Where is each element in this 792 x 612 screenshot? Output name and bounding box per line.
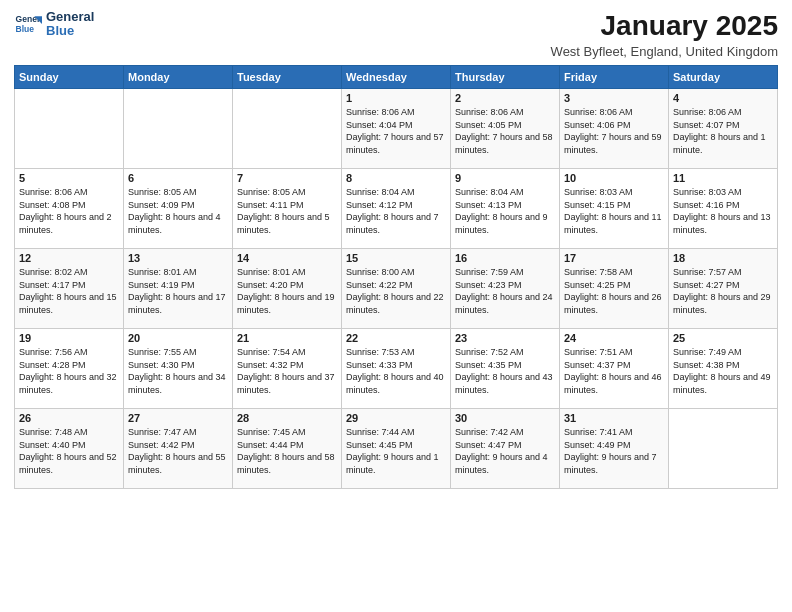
cell-text: Sunrise: 8:03 AM Sunset: 4:16 PM Dayligh… [673,186,773,236]
day-number: 10 [564,172,664,184]
day-number: 20 [128,332,228,344]
day-number: 22 [346,332,446,344]
cell-text: Sunrise: 7:51 AM Sunset: 4:37 PM Dayligh… [564,346,664,396]
cell-4-2: 20Sunrise: 7:55 AM Sunset: 4:30 PM Dayli… [124,329,233,409]
cell-3-6: 17Sunrise: 7:58 AM Sunset: 4:25 PM Dayli… [560,249,669,329]
day-number: 17 [564,252,664,264]
header-row: SundayMondayTuesdayWednesdayThursdayFrid… [15,66,778,89]
cell-4-6: 24Sunrise: 7:51 AM Sunset: 4:37 PM Dayli… [560,329,669,409]
day-number: 30 [455,412,555,424]
cell-text: Sunrise: 8:05 AM Sunset: 4:09 PM Dayligh… [128,186,228,236]
location: West Byfleet, England, United Kingdom [551,44,778,59]
day-number: 3 [564,92,664,104]
month-title: January 2025 [551,10,778,42]
title-block: January 2025 West Byfleet, England, Unit… [551,10,778,59]
cell-2-7: 11Sunrise: 8:03 AM Sunset: 4:16 PM Dayli… [669,169,778,249]
cell-1-6: 3Sunrise: 8:06 AM Sunset: 4:06 PM Daylig… [560,89,669,169]
day-number: 2 [455,92,555,104]
logo-text-blue: Blue [46,24,94,38]
cell-text: Sunrise: 8:01 AM Sunset: 4:19 PM Dayligh… [128,266,228,316]
day-number: 4 [673,92,773,104]
cell-text: Sunrise: 7:54 AM Sunset: 4:32 PM Dayligh… [237,346,337,396]
week-row-4: 19Sunrise: 7:56 AM Sunset: 4:28 PM Dayli… [15,329,778,409]
day-number: 11 [673,172,773,184]
cell-2-4: 8Sunrise: 8:04 AM Sunset: 4:12 PM Daylig… [342,169,451,249]
calendar-table: SundayMondayTuesdayWednesdayThursdayFrid… [14,65,778,489]
header-saturday: Saturday [669,66,778,89]
cell-5-1: 26Sunrise: 7:48 AM Sunset: 4:40 PM Dayli… [15,409,124,489]
cell-text: Sunrise: 8:01 AM Sunset: 4:20 PM Dayligh… [237,266,337,316]
day-number: 12 [19,252,119,264]
logo-text-general: General [46,10,94,24]
day-number: 27 [128,412,228,424]
header-sunday: Sunday [15,66,124,89]
cell-2-3: 7Sunrise: 8:05 AM Sunset: 4:11 PM Daylig… [233,169,342,249]
cell-text: Sunrise: 7:53 AM Sunset: 4:33 PM Dayligh… [346,346,446,396]
cell-text: Sunrise: 7:48 AM Sunset: 4:40 PM Dayligh… [19,426,119,476]
cell-5-7 [669,409,778,489]
cell-1-3 [233,89,342,169]
cell-3-3: 14Sunrise: 8:01 AM Sunset: 4:20 PM Dayli… [233,249,342,329]
day-number: 23 [455,332,555,344]
header-friday: Friday [560,66,669,89]
day-number: 16 [455,252,555,264]
cell-5-3: 28Sunrise: 7:45 AM Sunset: 4:44 PM Dayli… [233,409,342,489]
day-number: 21 [237,332,337,344]
cell-1-5: 2Sunrise: 8:06 AM Sunset: 4:05 PM Daylig… [451,89,560,169]
day-number: 28 [237,412,337,424]
week-row-2: 5Sunrise: 8:06 AM Sunset: 4:08 PM Daylig… [15,169,778,249]
cell-text: Sunrise: 7:47 AM Sunset: 4:42 PM Dayligh… [128,426,228,476]
svg-text:Blue: Blue [16,24,35,34]
day-number: 18 [673,252,773,264]
day-number: 13 [128,252,228,264]
cell-2-1: 5Sunrise: 8:06 AM Sunset: 4:08 PM Daylig… [15,169,124,249]
page: General Blue General Blue January 2025 W… [0,0,792,612]
cell-1-7: 4Sunrise: 8:06 AM Sunset: 4:07 PM Daylig… [669,89,778,169]
cell-5-2: 27Sunrise: 7:47 AM Sunset: 4:42 PM Dayli… [124,409,233,489]
cell-5-6: 31Sunrise: 7:41 AM Sunset: 4:49 PM Dayli… [560,409,669,489]
cell-3-5: 16Sunrise: 7:59 AM Sunset: 4:23 PM Dayli… [451,249,560,329]
cell-text: Sunrise: 7:42 AM Sunset: 4:47 PM Dayligh… [455,426,555,476]
header: General Blue General Blue January 2025 W… [14,10,778,59]
cell-text: Sunrise: 7:58 AM Sunset: 4:25 PM Dayligh… [564,266,664,316]
header-monday: Monday [124,66,233,89]
day-number: 8 [346,172,446,184]
day-number: 9 [455,172,555,184]
cell-text: Sunrise: 7:57 AM Sunset: 4:27 PM Dayligh… [673,266,773,316]
day-number: 29 [346,412,446,424]
cell-text: Sunrise: 8:04 AM Sunset: 4:13 PM Dayligh… [455,186,555,236]
header-tuesday: Tuesday [233,66,342,89]
cell-text: Sunrise: 8:04 AM Sunset: 4:12 PM Dayligh… [346,186,446,236]
cell-4-4: 22Sunrise: 7:53 AM Sunset: 4:33 PM Dayli… [342,329,451,409]
cell-2-5: 9Sunrise: 8:04 AM Sunset: 4:13 PM Daylig… [451,169,560,249]
header-thursday: Thursday [451,66,560,89]
cell-text: Sunrise: 8:06 AM Sunset: 4:08 PM Dayligh… [19,186,119,236]
cell-4-5: 23Sunrise: 7:52 AM Sunset: 4:35 PM Dayli… [451,329,560,409]
cell-1-1 [15,89,124,169]
cell-text: Sunrise: 7:56 AM Sunset: 4:28 PM Dayligh… [19,346,119,396]
cell-4-7: 25Sunrise: 7:49 AM Sunset: 4:38 PM Dayli… [669,329,778,409]
cell-2-2: 6Sunrise: 8:05 AM Sunset: 4:09 PM Daylig… [124,169,233,249]
day-number: 6 [128,172,228,184]
day-number: 14 [237,252,337,264]
cell-3-4: 15Sunrise: 8:00 AM Sunset: 4:22 PM Dayli… [342,249,451,329]
cell-1-4: 1Sunrise: 8:06 AM Sunset: 4:04 PM Daylig… [342,89,451,169]
header-wednesday: Wednesday [342,66,451,89]
logo-icon: General Blue [14,10,42,38]
day-number: 15 [346,252,446,264]
day-number: 25 [673,332,773,344]
week-row-1: 1Sunrise: 8:06 AM Sunset: 4:04 PM Daylig… [15,89,778,169]
cell-5-5: 30Sunrise: 7:42 AM Sunset: 4:47 PM Dayli… [451,409,560,489]
cell-4-1: 19Sunrise: 7:56 AM Sunset: 4:28 PM Dayli… [15,329,124,409]
day-number: 7 [237,172,337,184]
cell-text: Sunrise: 8:06 AM Sunset: 4:04 PM Dayligh… [346,106,446,156]
cell-text: Sunrise: 7:55 AM Sunset: 4:30 PM Dayligh… [128,346,228,396]
cell-text: Sunrise: 7:44 AM Sunset: 4:45 PM Dayligh… [346,426,446,476]
cell-2-6: 10Sunrise: 8:03 AM Sunset: 4:15 PM Dayli… [560,169,669,249]
cell-text: Sunrise: 8:06 AM Sunset: 4:05 PM Dayligh… [455,106,555,156]
cell-text: Sunrise: 7:41 AM Sunset: 4:49 PM Dayligh… [564,426,664,476]
cell-text: Sunrise: 8:05 AM Sunset: 4:11 PM Dayligh… [237,186,337,236]
cell-text: Sunrise: 7:59 AM Sunset: 4:23 PM Dayligh… [455,266,555,316]
cell-5-4: 29Sunrise: 7:44 AM Sunset: 4:45 PM Dayli… [342,409,451,489]
week-row-5: 26Sunrise: 7:48 AM Sunset: 4:40 PM Dayli… [15,409,778,489]
